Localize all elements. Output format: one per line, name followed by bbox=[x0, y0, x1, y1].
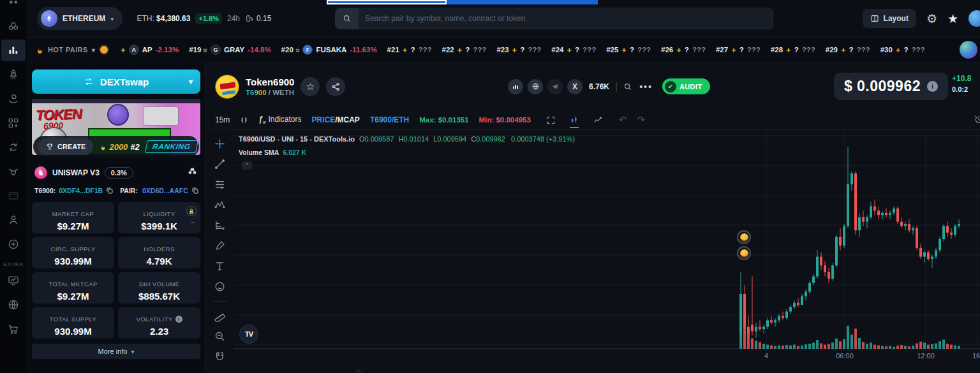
svg-text:4: 4 bbox=[764, 352, 768, 360]
hot-pair-item[interactable]: #25+???? bbox=[606, 45, 651, 55]
more-info-button[interactable]: More info▾ bbox=[32, 344, 200, 359]
hot-pair-item[interactable]: #21+???? bbox=[387, 45, 432, 55]
info-icon[interactable]: i bbox=[175, 316, 182, 323]
torch-icon bbox=[100, 143, 107, 151]
more-options-icon[interactable]: ••• bbox=[639, 82, 653, 92]
chart-event-badge[interactable] bbox=[737, 246, 751, 260]
pair-address-label: PAIR: bbox=[120, 187, 138, 194]
hot-pair-item[interactable]: #26+???? bbox=[661, 45, 706, 55]
network-selector[interactable]: ETHEREUM ▾ bbox=[37, 7, 122, 30]
token-address[interactable]: 0XDF4...DF1B bbox=[59, 187, 103, 194]
hot-pair-item[interactable]: #29+???? bbox=[826, 45, 870, 55]
token-panel: DEXTswap ▾ TOKEN 6900 CREATE 2000 #2 RAN… bbox=[27, 63, 205, 373]
website-globe-icon[interactable] bbox=[528, 79, 543, 94]
measure-tool-icon[interactable] bbox=[214, 310, 226, 322]
hot-pair-item[interactable]: #24+???? bbox=[551, 45, 596, 55]
search-social-icon[interactable] bbox=[623, 82, 632, 91]
monitor-icon[interactable] bbox=[0, 270, 27, 291]
pattern-tool-icon[interactable] bbox=[214, 199, 226, 211]
hot-pair-item[interactable]: #19»GGRAY-14.8% bbox=[189, 45, 271, 55]
line-chart-view-icon[interactable] bbox=[593, 115, 602, 125]
price-change-panel: +10.8 0.0:2 bbox=[952, 74, 980, 93]
timeframe-selector[interactable]: 15m bbox=[215, 115, 230, 124]
undo-icon[interactable]: ↶ bbox=[619, 114, 627, 126]
legend-collapse-button[interactable]: ⌃ bbox=[242, 161, 252, 170]
card-icon[interactable] bbox=[0, 185, 27, 207]
redo-icon[interactable]: ↷ bbox=[637, 114, 645, 126]
token-creator-icon[interactable] bbox=[0, 88, 27, 110]
favorites-star-icon[interactable]: ★ bbox=[947, 13, 958, 25]
chart-event-badge[interactable] bbox=[737, 230, 751, 244]
camera-icon[interactable] bbox=[354, 367, 364, 373]
flame-icon bbox=[36, 45, 44, 55]
fullscreen-icon[interactable] bbox=[546, 115, 556, 125]
zoom-tool-icon[interactable] bbox=[214, 330, 226, 342]
globe-nav-icon[interactable] bbox=[0, 294, 27, 316]
text-tool-icon[interactable] bbox=[214, 260, 226, 272]
copy-icon[interactable] bbox=[191, 187, 199, 194]
x-twitter-icon[interactable]: X bbox=[567, 79, 583, 94]
eth-price-label: ETH: $4,380.63 bbox=[137, 14, 190, 23]
hot-pair-item[interactable]: #23+???? bbox=[496, 45, 541, 55]
dextools-score-icon[interactable] bbox=[508, 79, 523, 94]
search-bar[interactable] bbox=[335, 8, 773, 29]
trendline-tool-icon[interactable] bbox=[214, 158, 226, 170]
create-button[interactable]: CREATE bbox=[38, 138, 93, 155]
swap-icon[interactable] bbox=[0, 136, 27, 158]
fib-tool-icon[interactable] bbox=[214, 179, 226, 191]
add-circle-icon[interactable] bbox=[0, 233, 27, 255]
hot-pair-item[interactable]: #28+???? bbox=[771, 45, 815, 55]
overflow-icon[interactable] bbox=[0, 0, 27, 13]
alarm-clock-icon[interactable] bbox=[974, 114, 980, 126]
copy-icon[interactable] bbox=[106, 187, 114, 194]
ranking-badge[interactable]: RANKING bbox=[145, 140, 198, 153]
settings-gear-icon[interactable]: ⚙ bbox=[926, 13, 937, 25]
price-mcap-toggle[interactable]: PRICE/MCAP bbox=[312, 115, 360, 124]
candlestick-view-icon[interactable] bbox=[570, 115, 579, 128]
profile-avatar[interactable] bbox=[969, 10, 980, 27]
candlestick-chart[interactable]: 406:0012:0016:0 bbox=[234, 130, 980, 373]
lock-icon[interactable]: 🔒 bbox=[186, 206, 197, 216]
dextboard-icon[interactable] bbox=[1, 40, 26, 61]
crosshair-tool-icon[interactable] bbox=[214, 138, 226, 150]
brush-tool-icon[interactable] bbox=[214, 240, 226, 252]
hot-pairs-title[interactable]: HOT PAIRS ▾ bbox=[36, 45, 109, 55]
forecast-tool-icon[interactable] bbox=[214, 219, 226, 231]
multichart-icon[interactable] bbox=[0, 112, 27, 134]
hot-pair-item[interactable]: #27+???? bbox=[716, 45, 761, 55]
telegram-icon[interactable] bbox=[547, 79, 563, 94]
hotbar-avatar[interactable] bbox=[960, 41, 977, 59]
pair-explorer-icon[interactable] bbox=[0, 15, 27, 37]
info-icon[interactable]: i bbox=[927, 81, 938, 92]
big-swap-icon[interactable] bbox=[0, 161, 27, 182]
hot-pair-item[interactable]: #20»FFUSAKA-11.63% bbox=[281, 45, 377, 55]
hot-pair-item[interactable]: +AAP-2.13% bbox=[121, 45, 179, 55]
magnet-tool-icon[interactable] bbox=[214, 351, 226, 363]
pair-chart-toggle[interactable]: T6900/ETH bbox=[370, 115, 409, 124]
favorite-star-button[interactable]: ☆ bbox=[301, 77, 320, 96]
stat-card: HOLDERS4.79K bbox=[118, 237, 200, 268]
hot-pair-item[interactable]: #22+???? bbox=[442, 45, 487, 55]
followers-count: 6.76K bbox=[589, 82, 609, 91]
chart-legend: T6900/USD - UNI - 15 - DEXTools.ioO0.009… bbox=[239, 135, 575, 143]
share-button[interactable] bbox=[326, 77, 345, 96]
indicators-button[interactable]: ƒxIndicators bbox=[258, 115, 301, 125]
hot-pair-item[interactable]: #30+???? bbox=[880, 45, 925, 55]
cart-icon[interactable] bbox=[0, 318, 27, 340]
candle-style-icon[interactable] bbox=[240, 115, 248, 125]
banner-orb-art bbox=[107, 104, 129, 126]
user-icon[interactable] bbox=[0, 209, 27, 231]
layout-button[interactable]: Layout bbox=[863, 9, 916, 28]
rocket-icon[interactable] bbox=[0, 64, 27, 85]
chart-toolbar: 15m ƒxIndicators PRICE/MCAP T6900/ETH Ma… bbox=[206, 110, 980, 130]
audit-button[interactable]: ✔ AUDIT bbox=[662, 78, 710, 94]
stat-card: TOTAL MKTCAP$9.27M bbox=[32, 272, 114, 304]
pair-address[interactable]: 0XD6D...AAFC bbox=[142, 187, 188, 194]
stat-card: TOTAL SUPPLY930.99M bbox=[32, 307, 114, 339]
dextswap-button[interactable]: DEXTswap ▾ bbox=[32, 69, 200, 94]
emoji-tool-icon[interactable] bbox=[214, 281, 226, 293]
uniswap-icon: ♞ bbox=[34, 166, 47, 179]
search-input[interactable] bbox=[359, 14, 773, 23]
binoculars-icon[interactable] bbox=[187, 166, 198, 179]
tradingview-logo[interactable]: TV bbox=[239, 325, 258, 344]
